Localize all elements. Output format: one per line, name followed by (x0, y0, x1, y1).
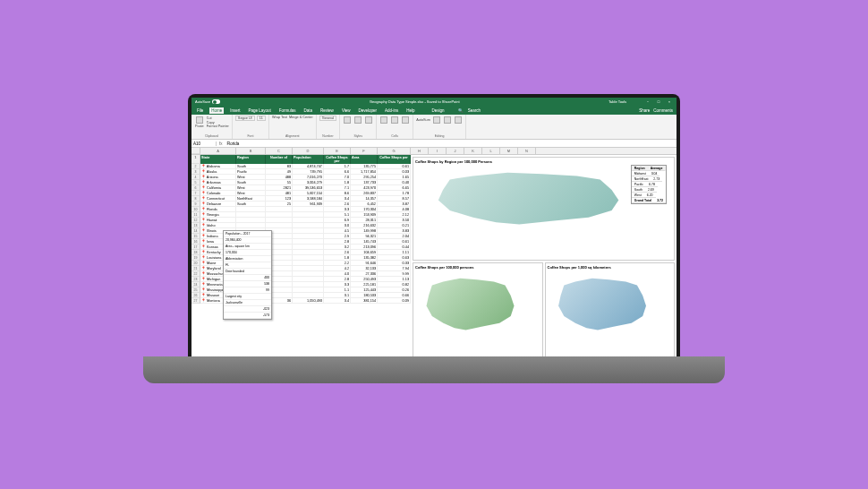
data-type-card-popup[interactable]: Population - 201720,984,400Area - square… (223, 230, 272, 320)
formula-input[interactable]: Florida (226, 142, 677, 146)
popup-row[interactable]: Largest city (224, 294, 271, 300)
close-button[interactable]: × (666, 99, 673, 104)
format-as-table-button[interactable] (353, 116, 362, 124)
cells-group-label: Cells (379, 134, 410, 138)
search-icon[interactable]: 🔍 (458, 108, 464, 113)
sort-filter-button[interactable] (432, 116, 441, 124)
paste-button[interactable]: Paste (194, 116, 205, 129)
tab-home[interactable]: Home (209, 107, 224, 114)
popup-row[interactable]: -573 (224, 313, 271, 319)
toggle-icon[interactable] (212, 99, 220, 104)
font-name-select[interactable]: Segoe UI (235, 116, 255, 121)
minimize-button[interactable]: − (644, 99, 651, 104)
comments-button[interactable]: Comments (653, 108, 673, 113)
styles-group-label: Styles (343, 134, 373, 138)
tab-developer[interactable]: Developer (357, 107, 379, 114)
cell-styles-button[interactable] (364, 116, 373, 124)
popup-row[interactable]: Jacksonville (224, 300, 271, 306)
copy-button[interactable]: Copy (207, 121, 229, 124)
editing-group-label: Editing (416, 134, 463, 138)
tab-view[interactable]: View (340, 107, 353, 114)
format-cells-button[interactable] (401, 116, 410, 124)
delete-cells-button[interactable] (390, 116, 399, 124)
autosum-button[interactable]: AutoSum (416, 118, 430, 122)
find-select-button[interactable] (443, 116, 452, 124)
merge-button[interactable]: Merge & Center (289, 116, 313, 119)
table-tools-label: Table Tools (608, 99, 626, 104)
name-box[interactable]: A10 (191, 142, 217, 146)
chart-per-1000km[interactable]: Coffee Shops per 1,000 sq kilometers (545, 262, 676, 366)
document-title: Geography Data Type Simple.xlsx - Saved … (220, 99, 608, 104)
number-group-label: Number (319, 134, 337, 138)
cond-fmt-icon (344, 116, 351, 124)
cell-styles-icon (365, 116, 372, 124)
autosave-toggle[interactable]: AutoSave (195, 99, 220, 104)
share-button[interactable]: Share (639, 108, 650, 113)
fx-icon[interactable]: fx (217, 142, 226, 146)
us-map-green (415, 271, 528, 340)
popup-row[interactable]: -023 (224, 306, 271, 313)
format-icon (402, 116, 409, 124)
chart-per-100k[interactable]: Coffee Shops per 100,000 persons (413, 262, 543, 366)
us-map-teal (415, 166, 646, 235)
conditional-formatting-button[interactable] (343, 116, 352, 124)
popup-row[interactable]: FL (224, 262, 271, 269)
us-map-blue (548, 271, 660, 340)
pivot-table[interactable]: RegionAverage Midwest3.04NorthEast2.73Pa… (631, 165, 667, 204)
popup-row[interactable]: Abbreviation (224, 256, 271, 262)
popup-row[interactable]: 99 (224, 287, 271, 294)
wrap-text-button[interactable]: Wrap Text (272, 116, 287, 119)
title-bar: AutoSave Geography Data Type Simple.xlsx… (191, 98, 677, 106)
find-icon (444, 116, 451, 124)
search-label[interactable]: Search (468, 108, 481, 113)
formula-bar: A10 fx Florida (191, 140, 677, 148)
clipboard-group-label: Clipboard (194, 134, 229, 138)
font-size-select[interactable]: 11 (257, 116, 266, 121)
chart-region-map[interactable]: Coffee Shops by Region per 100,000 Perso… (413, 157, 675, 261)
ribbon: Paste Cut Copy Format Painter Clipboard … (191, 115, 677, 140)
popup-row[interactable]: Population - 2017 (224, 231, 271, 237)
tab-page-layout[interactable]: Page Layout (247, 107, 273, 114)
maximize-button[interactable]: □ (655, 99, 662, 104)
tab-help[interactable]: Help (404, 107, 416, 114)
laptop-base (143, 356, 725, 383)
popup-row[interactable]: 400 (224, 275, 271, 281)
popup-row[interactable]: 170,304 (224, 250, 271, 256)
number-format-select[interactable]: General (319, 116, 337, 121)
alignment-group-label: Alignment (272, 134, 313, 138)
tab-data[interactable]: Data (302, 107, 315, 114)
menu-bar: File Home Insert Page Layout Formulas Da… (191, 106, 677, 115)
popup-row[interactable]: 20,984,400 (224, 237, 271, 244)
popup-row[interactable]: 538 (224, 281, 271, 287)
font-group-label: Font (235, 134, 266, 138)
popup-row[interactable]: Date founded (224, 269, 271, 275)
popup-row[interactable]: Area - square km (224, 244, 271, 250)
spreadsheet-grid[interactable]: A B C D E F G 1 State Region Number of P… (191, 148, 677, 368)
tab-formulas[interactable]: Formulas (277, 107, 298, 114)
insert-cells-button[interactable] (379, 116, 388, 124)
cut-button[interactable]: Cut (207, 116, 229, 120)
fmt-table-icon (354, 116, 362, 124)
paste-icon (196, 116, 203, 124)
tab-review[interactable]: Review (319, 107, 336, 114)
ideas-icon (455, 116, 462, 124)
column-headers[interactable]: A B C D E F G (191, 148, 411, 155)
table-header-row: 1 State Region Number of Population Coff… (191, 155, 411, 164)
delete-icon (391, 116, 398, 124)
tab-insert[interactable]: Insert (228, 107, 242, 114)
tab-file[interactable]: File (195, 107, 205, 114)
column-headers-right[interactable]: H I J K L M N (411, 148, 677, 155)
sort-icon (433, 116, 440, 124)
tab-design[interactable]: Design (430, 107, 447, 114)
insert-icon (380, 116, 387, 124)
ideas-button[interactable] (454, 116, 463, 124)
tab-addins[interactable]: Add-ins (383, 107, 400, 114)
format-painter-button[interactable]: Format Painter (207, 124, 229, 128)
